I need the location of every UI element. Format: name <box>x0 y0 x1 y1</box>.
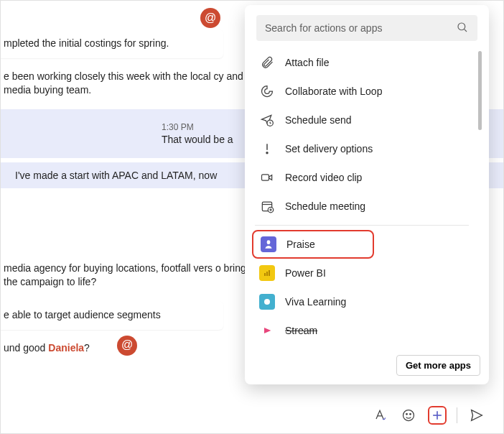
svg-line-1 <box>465 29 467 31</box>
message-text: I've made a start with APAC and LATAM, n… <box>15 170 217 181</box>
action-label: Set delivery options <box>285 143 373 154</box>
paperclip-icon <box>259 55 275 70</box>
action-delivery-options[interactable]: Set delivery options <box>252 134 472 163</box>
mention-link[interactable]: Daniela <box>48 342 84 354</box>
action-loop[interactable]: Collaborate with Loop <box>252 77 472 106</box>
scrollbar-thumb[interactable] <box>478 51 482 130</box>
app-powerbi[interactable]: Power BI <box>252 259 472 287</box>
video-icon <box>259 170 275 185</box>
svg-point-15 <box>403 410 414 421</box>
app-label: Praise <box>286 239 315 250</box>
mention-badge-icon: @ <box>117 336 137 356</box>
viva-app-icon <box>259 294 275 310</box>
search-box[interactable] <box>256 15 477 41</box>
get-more-apps-button[interactable]: Get more apps <box>396 355 480 376</box>
action-schedule-meeting[interactable]: Schedule meeting <box>252 192 472 221</box>
action-list: Attach file Collaborate with Loop Schedu… <box>252 48 482 377</box>
message-text: mpleted the initial costings for spring. <box>4 37 169 49</box>
format-icon[interactable] <box>370 406 389 425</box>
chat-message: und good Daniela? @ <box>0 334 223 363</box>
message-text: e able to target audience segments <box>4 309 161 320</box>
stream-app-icon <box>259 323 275 338</box>
emoji-icon[interactable] <box>399 406 418 425</box>
action-schedule-send[interactable]: Schedule send <box>252 106 472 134</box>
app-label: Power BI <box>285 267 326 279</box>
compose-toolbar <box>370 406 486 425</box>
chat-message: media agency for buying locations, footf… <box>0 254 266 297</box>
app-label: Viva Learning <box>285 296 346 308</box>
send-clock-icon <box>259 112 275 128</box>
svg-rect-5 <box>262 175 269 180</box>
action-record-video[interactable]: Record video clip <box>252 163 472 192</box>
praise-app-icon <box>261 236 276 252</box>
button-label: Get more apps <box>406 360 471 371</box>
chat-message: e been working closely this week with th… <box>0 63 266 105</box>
calendar-plus-icon <box>259 198 275 214</box>
search-icon <box>456 21 469 36</box>
action-label: Collaborate with Loop <box>285 86 382 97</box>
svg-rect-12 <box>266 272 268 276</box>
action-label: Record video clip <box>285 172 362 183</box>
app-viva-learning[interactable]: Viva Learning <box>252 287 472 316</box>
mention-badge-icon: @ <box>200 8 220 28</box>
message-text: media agency for buying locations, footf… <box>4 262 246 288</box>
actions-apps-popup: Attach file Collaborate with Loop Schedu… <box>245 5 489 384</box>
exclamation-icon <box>259 141 275 157</box>
search-input[interactable] <box>265 22 456 34</box>
app-stream[interactable]: Stream <box>252 316 472 345</box>
powerbi-app-icon <box>259 265 275 281</box>
action-label: Schedule meeting <box>285 200 365 212</box>
svg-rect-11 <box>264 273 266 276</box>
message-text: That would be a <box>162 134 233 145</box>
svg-point-17 <box>410 414 411 415</box>
add-action-button[interactable] <box>428 406 447 425</box>
message-text: und good <box>4 342 48 354</box>
svg-point-4 <box>266 152 268 154</box>
action-attach-file[interactable]: Attach file <box>252 48 472 77</box>
divider <box>457 407 457 423</box>
chat-message: e able to target audience segments <box>0 301 223 330</box>
action-label: Schedule send <box>285 114 352 126</box>
app-praise[interactable]: Praise <box>252 230 374 259</box>
svg-point-14 <box>264 299 270 305</box>
plus-icon <box>430 406 444 425</box>
divider <box>255 225 469 226</box>
svg-rect-13 <box>269 270 270 276</box>
app-label: Stream <box>285 325 317 336</box>
svg-point-0 <box>458 23 465 30</box>
message-text: ? <box>84 342 90 354</box>
action-label: Attach file <box>285 57 329 68</box>
send-button[interactable] <box>467 406 486 425</box>
chat-message: mpleted the initial costings for spring. <box>0 29 223 58</box>
message-text: e been working closely this week with th… <box>4 70 243 96</box>
loop-icon <box>259 83 275 99</box>
svg-point-16 <box>406 414 408 415</box>
